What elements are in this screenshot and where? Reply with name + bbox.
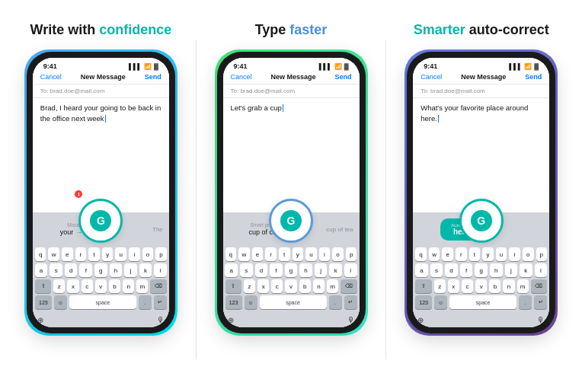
key-i-1[interactable]: i bbox=[129, 247, 140, 261]
key-j-3[interactable]: j bbox=[505, 263, 518, 277]
key-dot-2[interactable]: . bbox=[329, 295, 342, 309]
key-m-3[interactable]: m bbox=[517, 279, 529, 293]
key-x-2[interactable]: x bbox=[257, 279, 269, 293]
key-z-2[interactable]: z bbox=[244, 279, 255, 293]
key-o-3[interactable]: o bbox=[523, 247, 534, 261]
key-q-2[interactable]: q bbox=[225, 247, 237, 261]
key-y-3[interactable]: y bbox=[482, 247, 494, 261]
key-space-2[interactable]: space bbox=[260, 295, 327, 309]
key-return-2[interactable]: ↵ bbox=[344, 295, 357, 309]
key-g-1[interactable]: g bbox=[94, 263, 107, 277]
key-space-3[interactable]: space bbox=[449, 295, 516, 309]
key-z-3[interactable]: z bbox=[434, 279, 446, 293]
mic-icon-3[interactable]: 🎙 bbox=[537, 316, 545, 324]
key-emoji-2[interactable]: ☺ bbox=[245, 295, 257, 309]
key-d-3[interactable]: d bbox=[445, 263, 458, 277]
key-p-1[interactable]: p bbox=[155, 247, 167, 261]
nav-send-3[interactable]: Send bbox=[525, 73, 542, 81]
key-l-2[interactable]: l bbox=[344, 263, 357, 277]
key-r-3[interactable]: r bbox=[456, 247, 467, 261]
globe-icon-1[interactable]: ⊕ bbox=[37, 316, 43, 324]
key-i-3[interactable]: i bbox=[509, 247, 520, 261]
key-dot-1[interactable]: . bbox=[139, 295, 152, 309]
key-return-3[interactable]: ↵ bbox=[534, 295, 547, 309]
key-k-2[interactable]: k bbox=[329, 263, 342, 277]
key-m-2[interactable]: m bbox=[327, 279, 338, 293]
key-space-1[interactable]: space bbox=[69, 295, 136, 309]
key-h-2[interactable]: h bbox=[299, 263, 312, 277]
key-l-1[interactable]: l bbox=[154, 263, 167, 277]
key-delete-1[interactable]: ⌫ bbox=[150, 279, 166, 293]
key-d-1[interactable]: d bbox=[65, 263, 78, 277]
key-o-2[interactable]: o bbox=[332, 247, 344, 261]
key-shift-3[interactable]: ⇧ bbox=[415, 279, 431, 293]
key-f-1[interactable]: f bbox=[79, 263, 92, 277]
mic-icon-1[interactable]: 🎙 bbox=[157, 316, 165, 324]
nav-cancel-3[interactable]: Cancel bbox=[421, 73, 442, 81]
key-d-2[interactable]: d bbox=[255, 263, 268, 277]
key-t-2[interactable]: t bbox=[279, 247, 290, 261]
key-delete-2[interactable]: ⌫ bbox=[341, 279, 357, 293]
nav-cancel-2[interactable]: Cancel bbox=[231, 73, 252, 81]
key-f-2[interactable]: f bbox=[270, 263, 283, 277]
key-r-1[interactable]: r bbox=[75, 247, 87, 261]
key-g-2[interactable]: g bbox=[285, 263, 298, 277]
key-a-2[interactable]: a bbox=[225, 263, 238, 277]
key-shift-1[interactable]: ⇧ bbox=[35, 279, 51, 293]
key-j-2[interactable]: j bbox=[315, 263, 328, 277]
key-m-1[interactable]: m bbox=[136, 279, 148, 293]
key-emoji-1[interactable]: ☺ bbox=[54, 295, 67, 309]
key-e-2[interactable]: e bbox=[252, 247, 264, 261]
message-area-2[interactable]: Let's grab a cup bbox=[223, 98, 360, 212]
key-return-1[interactable]: ↵ bbox=[154, 295, 167, 309]
key-numbers-2[interactable]: 123 bbox=[225, 295, 242, 309]
key-c-2[interactable]: c bbox=[271, 279, 283, 293]
key-e-1[interactable]: e bbox=[62, 247, 73, 261]
key-f-3[interactable]: f bbox=[460, 263, 473, 277]
key-a-3[interactable]: a bbox=[415, 263, 428, 277]
mic-icon-2[interactable]: 🎙 bbox=[347, 316, 355, 324]
key-n-3[interactable]: n bbox=[503, 279, 514, 293]
key-v-2[interactable]: v bbox=[285, 279, 296, 293]
key-w-2[interactable]: w bbox=[238, 247, 250, 261]
key-u-2[interactable]: u bbox=[305, 247, 317, 261]
key-x-1[interactable]: x bbox=[67, 279, 78, 293]
nav-send-2[interactable]: Send bbox=[334, 73, 351, 81]
key-o-1[interactable]: o bbox=[142, 247, 154, 261]
key-h-3[interactable]: h bbox=[490, 263, 503, 277]
key-c-3[interactable]: c bbox=[462, 279, 473, 293]
key-j-1[interactable]: j bbox=[124, 263, 137, 277]
key-k-1[interactable]: k bbox=[139, 263, 152, 277]
key-a-1[interactable]: a bbox=[35, 263, 48, 277]
key-b-3[interactable]: b bbox=[489, 279, 500, 293]
key-v-3[interactable]: v bbox=[475, 279, 487, 293]
key-n-1[interactable]: n bbox=[123, 279, 134, 293]
key-y-2[interactable]: y bbox=[293, 247, 304, 261]
key-e-3[interactable]: e bbox=[442, 247, 453, 261]
message-area-1[interactable]: Brad, I heard your going to be back in t… bbox=[33, 98, 169, 212]
key-s-1[interactable]: s bbox=[50, 263, 62, 277]
key-emoji-3[interactable]: ☺ bbox=[434, 295, 447, 309]
key-v-1[interactable]: v bbox=[95, 279, 107, 293]
key-k-3[interactable]: k bbox=[520, 263, 532, 277]
key-s-2[interactable]: s bbox=[240, 263, 253, 277]
key-x-3[interactable]: x bbox=[448, 279, 459, 293]
key-delete-3[interactable]: ⌫ bbox=[531, 279, 547, 293]
key-c-1[interactable]: c bbox=[82, 279, 93, 293]
key-dot-3[interactable]: . bbox=[519, 295, 532, 309]
key-w-1[interactable]: w bbox=[48, 247, 59, 261]
key-t-1[interactable]: t bbox=[88, 247, 100, 261]
key-g-3[interactable]: g bbox=[475, 263, 488, 277]
key-p-2[interactable]: p bbox=[346, 247, 357, 261]
globe-icon-3[interactable]: ⊕ bbox=[417, 316, 424, 324]
key-n-2[interactable]: n bbox=[313, 279, 325, 293]
nav-send-1[interactable]: Send bbox=[145, 73, 161, 81]
key-u-3[interactable]: u bbox=[496, 247, 507, 261]
key-numbers-1[interactable]: 123 bbox=[35, 295, 52, 309]
key-p-3[interactable]: p bbox=[536, 247, 548, 261]
key-i-2[interactable]: i bbox=[319, 247, 331, 261]
key-q-3[interactable]: q bbox=[415, 247, 427, 261]
key-h-1[interactable]: h bbox=[110, 263, 123, 277]
key-w-3[interactable]: w bbox=[429, 247, 440, 261]
key-l-3[interactable]: l bbox=[535, 263, 548, 277]
